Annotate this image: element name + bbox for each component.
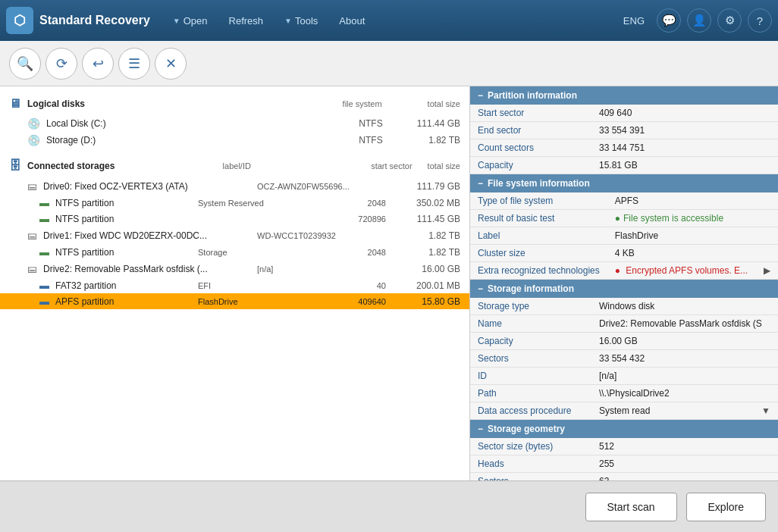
table-row: Data access procedure System read ▼ <box>470 402 778 420</box>
table-row: Result of basic test File system is acce… <box>470 210 778 227</box>
table-row: Storage type Windows disk <box>470 298 778 315</box>
header-right: ENG 💬 👤 ⚙ ? <box>623 8 772 33</box>
status-badge <box>615 213 623 224</box>
restore-tool-button[interactable]: ↩ <box>82 48 114 80</box>
table-row: Capacity 15.81 GB <box>470 157 778 174</box>
user-button[interactable]: 👤 <box>687 8 711 33</box>
collapse-icon: − <box>478 283 483 294</box>
list-item[interactable]: ▬ NTFS partition System Reserved 2048 35… <box>0 195 469 211</box>
collapse-icon: − <box>478 424 483 434</box>
partition-info-table: Start sector 409 640 End sector 33 554 3… <box>470 105 778 174</box>
partition-icon: ▬ <box>39 197 49 208</box>
list-item[interactable]: 🖴 Drive1: Fixed WDC WD20EZRX-00DC... WD-… <box>0 227 469 244</box>
disk-icon: 💿 <box>27 117 40 130</box>
list-item[interactable]: ▬ NTFS partition Storage 2048 1.82 TB <box>0 244 469 260</box>
nav-refresh[interactable]: Refresh <box>218 0 274 41</box>
open-arrow-icon: ▼ <box>173 17 180 25</box>
list-tool-button[interactable]: ☰ <box>118 48 150 80</box>
connected-storages-header: 🗄 Connected storages label/ID start sect… <box>0 155 469 177</box>
storages-icon: 🗄 <box>9 159 21 173</box>
disk-icon: 💿 <box>27 134 40 146</box>
help-button[interactable]: ? <box>748 8 772 33</box>
storage-info-table: Storage type Windows disk Name Drive2: R… <box>470 298 778 420</box>
table-row: End sector 33 554 391 <box>470 122 778 139</box>
collapse-icon: − <box>478 90 483 101</box>
list-item[interactable]: ▬ FAT32 partition EFI 40 200.01 MB <box>0 277 469 293</box>
start-scan-button[interactable]: Start scan <box>585 493 677 521</box>
footer: Start scan Explore <box>0 480 778 532</box>
filesystem-info-header: − File system information <box>470 174 778 192</box>
tools-arrow-icon: ▼ <box>284 17 292 25</box>
storage-geometry-table: Sector size (bytes) 512 Heads 255 Sector… <box>470 438 778 480</box>
logical-disks-icon: 🖥 <box>9 97 21 111</box>
nav-about[interactable]: About <box>328 0 375 41</box>
partition-icon: ▬ <box>39 280 49 291</box>
settings-button[interactable]: ⚙ <box>717 8 742 33</box>
partition-icon: ▬ <box>39 213 49 224</box>
list-item[interactable]: 🖴 Drive2: Removable PassMark osfdisk (..… <box>0 260 469 277</box>
app-logo: ⬡ Standard Recovery <box>6 7 150 34</box>
more-arrow-icon[interactable]: ▶ <box>764 265 770 276</box>
table-row: Start sector 409 640 <box>470 105 778 122</box>
table-row: Type of file system APFS <box>470 192 778 210</box>
warning-icon <box>615 265 623 276</box>
partition-icon: ▬ <box>39 296 49 307</box>
list-item[interactable]: 💿 Storage (D:) NTFS 1.82 TB <box>0 132 469 149</box>
drive-icon: 🖴 <box>27 263 37 274</box>
logo-icon: ⬡ <box>6 7 33 34</box>
app-title: Standard Recovery <box>39 14 150 27</box>
partition-icon: ▬ <box>39 246 49 258</box>
table-row: Count sectors 33 144 751 <box>470 139 778 157</box>
toolbar: 🔍 ⟳ ↩ ☰ ✕ <box>0 41 778 86</box>
table-row: Heads 255 <box>470 455 778 473</box>
list-item[interactable]: ▬ APFS partition FlashDrive 409640 15.80… <box>0 293 469 309</box>
collapse-icon: − <box>478 178 483 189</box>
dropdown-arrow-icon[interactable]: ▼ <box>761 405 770 416</box>
table-row: Label FlashDrive <box>470 227 778 245</box>
left-panel: 🖥 Logical disks file system total size 💿… <box>0 86 470 480</box>
storage-info-header: − Storage information <box>470 280 778 298</box>
close-tool-button[interactable]: ✕ <box>155 48 187 80</box>
list-item[interactable]: 💿 Local Disk (C:) NTFS 111.44 GB <box>0 115 469 132</box>
header: ⬡ Standard Recovery ▼ Open Refresh ▼ Too… <box>0 0 778 41</box>
language-selector[interactable]: ENG <box>623 15 645 27</box>
search-tool-button[interactable]: 🔍 <box>9 48 41 80</box>
list-item[interactable]: 🖴 Drive0: Fixed OCZ-VERTEX3 (ATA) OCZ-AW… <box>0 177 469 195</box>
header-nav: ▼ Open Refresh ▼ Tools About <box>162 0 623 41</box>
table-row: Cluster size 4 KB <box>470 245 778 262</box>
table-row: Sectors 63 <box>470 473 778 481</box>
logical-disks-header: 🖥 Logical disks file system total size <box>0 92 469 115</box>
nav-open[interactable]: ▼ Open <box>162 0 218 41</box>
table-row: Sectors 33 554 432 <box>470 350 778 368</box>
table-row: Sector size (bytes) 512 <box>470 438 778 455</box>
scan-tool-button[interactable]: ⟳ <box>45 48 77 80</box>
partition-info-header: − Partition information <box>470 86 778 105</box>
list-item[interactable]: ▬ NTFS partition 720896 111.45 GB <box>0 211 469 227</box>
drive-icon: 🖴 <box>27 230 37 241</box>
table-row: Capacity 16.00 GB <box>470 333 778 350</box>
table-row: ID [n/a] <box>470 368 778 385</box>
nav-tools[interactable]: ▼ Tools <box>274 0 328 41</box>
messages-button[interactable]: 💬 <box>657 8 681 33</box>
main-content: 🖥 Logical disks file system total size 💿… <box>0 86 778 480</box>
explore-button[interactable]: Explore <box>686 493 766 521</box>
table-row: Path \\.\PhysicalDrive2 <box>470 385 778 402</box>
drive-icon: 🖴 <box>27 180 37 192</box>
table-row: Extra recognized technologies Encrypted … <box>470 262 778 280</box>
storage-geometry-header: − Storage geometry <box>470 420 778 438</box>
table-row: Name Drive2: Removable PassMark osfdisk … <box>470 315 778 333</box>
filesystem-info-table: Type of file system APFS Result of basic… <box>470 192 778 280</box>
right-panel: − Partition information Start sector 409… <box>470 86 778 480</box>
